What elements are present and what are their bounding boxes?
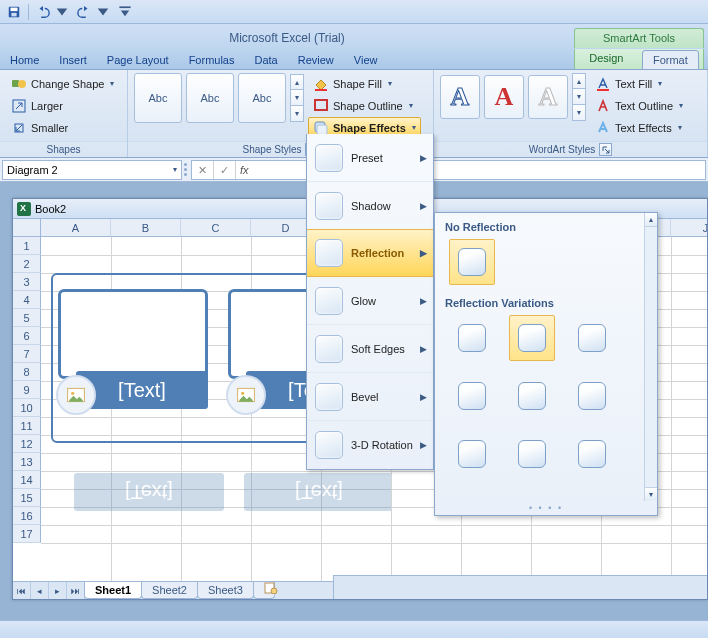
sheet-tab[interactable]: Sheet1 — [84, 582, 142, 599]
shape-style-item[interactable]: Abc — [134, 73, 182, 123]
smaller-button[interactable]: Smaller — [6, 117, 119, 138]
gallery-up-button[interactable]: ▴ — [572, 73, 586, 89]
reflection-variation[interactable] — [569, 373, 615, 419]
wordart-style-item[interactable]: A — [528, 75, 568, 119]
shape-effects-menu-item[interactable]: Reflection▶ — [307, 229, 433, 277]
row-headers[interactable]: 1234567891011121314151617 — [13, 237, 41, 543]
qat-customize-dropdown[interactable] — [115, 2, 135, 22]
shape-style-item[interactable]: Abc — [238, 73, 286, 123]
select-all-corner[interactable] — [13, 219, 41, 237]
picture-placeholder-icon[interactable] — [56, 375, 96, 415]
gallery-up-button[interactable]: ▴ — [290, 74, 304, 90]
new-sheet-button[interactable] — [253, 582, 275, 599]
redo-button[interactable] — [74, 2, 94, 22]
tab-format[interactable]: Format — [642, 50, 699, 70]
row-header[interactable]: 12 — [13, 435, 41, 453]
reflection-variation[interactable] — [509, 431, 555, 477]
sheet-tab[interactable]: Sheet2 — [141, 582, 198, 599]
tab-review[interactable]: Review — [288, 51, 344, 69]
row-header[interactable]: 11 — [13, 417, 41, 435]
row-header[interactable]: 9 — [13, 381, 41, 399]
text-outline-button[interactable]: Text Outline▾ — [590, 95, 688, 116]
cancel-formula-button[interactable]: ✕ — [192, 161, 214, 179]
shape-effects-menu-item[interactable]: Glow▶ — [307, 277, 433, 325]
column-header[interactable]: A — [41, 219, 111, 237]
row-header[interactable]: 7 — [13, 345, 41, 363]
insert-function-button[interactable]: fx — [236, 164, 253, 176]
wordart-style-item[interactable]: A — [440, 75, 480, 119]
scroll-up-button[interactable]: ▴ — [645, 213, 657, 227]
sheet-tab[interactable]: Sheet3 — [197, 582, 254, 599]
tab-page-layout[interactable]: Page Layout — [97, 51, 179, 69]
tab-formulas[interactable]: Formulas — [179, 51, 245, 69]
shape-effects-menu-item[interactable]: Bevel▶ — [307, 373, 433, 421]
scroll-down-button[interactable]: ▾ — [645, 487, 657, 501]
row-header[interactable]: 10 — [13, 399, 41, 417]
text-fill-button[interactable]: Text Fill▾ — [590, 73, 688, 94]
reflection-variation[interactable] — [449, 431, 495, 477]
gallery-more-button[interactable]: ▾ — [290, 106, 304, 122]
larger-button[interactable]: Larger — [6, 95, 119, 116]
shape-style-item[interactable]: Abc — [186, 73, 234, 123]
sheet-nav-prev[interactable]: ◂ — [31, 582, 49, 599]
chevron-down-icon[interactable]: ▾ — [173, 165, 177, 174]
tab-insert[interactable]: Insert — [49, 51, 97, 69]
smartart-picture-panel[interactable] — [58, 289, 208, 379]
shape-style-gallery[interactable]: Abc Abc Abc ▴ ▾ ▾ — [134, 73, 304, 123]
reflection-variation[interactable] — [569, 315, 615, 361]
sheet-nav-first[interactable]: ⏮ — [13, 582, 31, 599]
reflection-variation[interactable] — [509, 373, 555, 419]
wordart-style-item[interactable]: A — [484, 75, 524, 119]
resize-grip[interactable]: • • • • — [435, 503, 657, 513]
shape-fill-button[interactable]: Shape Fill▾ — [308, 73, 421, 94]
gallery-vertical-scrollbar[interactable]: ▴ ▾ — [644, 213, 657, 501]
row-header[interactable]: 13 — [13, 453, 41, 471]
column-header[interactable]: J — [671, 219, 707, 237]
row-header[interactable]: 16 — [13, 507, 41, 525]
row-header[interactable]: 4 — [13, 291, 41, 309]
reflection-variation[interactable] — [569, 431, 615, 477]
row-header[interactable]: 3 — [13, 273, 41, 291]
horizontal-scrollbar[interactable] — [333, 575, 707, 599]
redo-dropdown[interactable] — [93, 2, 113, 22]
shape-outline-button[interactable]: Shape Outline▾ — [308, 95, 421, 116]
shape-effects-menu-item[interactable]: Soft Edges▶ — [307, 325, 433, 373]
reflection-variation[interactable] — [449, 315, 495, 361]
row-header[interactable]: 8 — [13, 363, 41, 381]
dialog-launcher[interactable] — [599, 143, 612, 156]
undo-dropdown[interactable] — [52, 2, 72, 22]
reflection-variation[interactable] — [449, 373, 495, 419]
wordart-gallery[interactable]: A A A ▴ ▾ ▾ — [440, 73, 586, 121]
tab-data[interactable]: Data — [244, 51, 287, 69]
row-header[interactable]: 15 — [13, 489, 41, 507]
name-box[interactable]: Diagram 2 ▾ — [2, 160, 182, 180]
column-header[interactable]: C — [181, 219, 251, 237]
row-header[interactable]: 17 — [13, 525, 41, 543]
formula-bar-resize-handle[interactable] — [184, 163, 187, 176]
undo-button[interactable] — [33, 2, 53, 22]
reflection-variation[interactable] — [509, 315, 555, 361]
gallery-down-button[interactable]: ▾ — [290, 90, 304, 106]
sheet-nav-next[interactable]: ▸ — [49, 582, 67, 599]
shape-effects-menu-item[interactable]: Shadow▶ — [307, 182, 433, 230]
shape-effects-menu-item[interactable]: 3-D Rotation▶ — [307, 421, 433, 469]
picture-placeholder-icon[interactable] — [226, 375, 266, 415]
gallery-down-button[interactable]: ▾ — [572, 89, 586, 105]
row-header[interactable]: 1 — [13, 237, 41, 255]
row-header[interactable]: 5 — [13, 309, 41, 327]
tab-design[interactable]: Design — [579, 49, 633, 69]
text-effects-button[interactable]: Text Effects▾ — [590, 117, 688, 138]
shape-effects-menu-item[interactable]: Preset▶ — [307, 134, 433, 182]
smartart-caption[interactable]: [Text] — [76, 371, 208, 409]
save-button[interactable] — [4, 2, 24, 22]
tab-view[interactable]: View — [344, 51, 388, 69]
row-header[interactable]: 6 — [13, 327, 41, 345]
sheet-nav-last[interactable]: ⏭ — [67, 582, 85, 599]
reflection-option-none[interactable] — [449, 239, 495, 285]
tab-home[interactable]: Home — [0, 51, 49, 69]
row-header[interactable]: 14 — [13, 471, 41, 489]
row-header[interactable]: 2 — [13, 255, 41, 273]
change-shape-button[interactable]: Change Shape▾ — [6, 73, 119, 94]
gallery-more-button[interactable]: ▾ — [572, 105, 586, 121]
formula-bar[interactable]: ✕ ✓ fx — [191, 160, 706, 180]
